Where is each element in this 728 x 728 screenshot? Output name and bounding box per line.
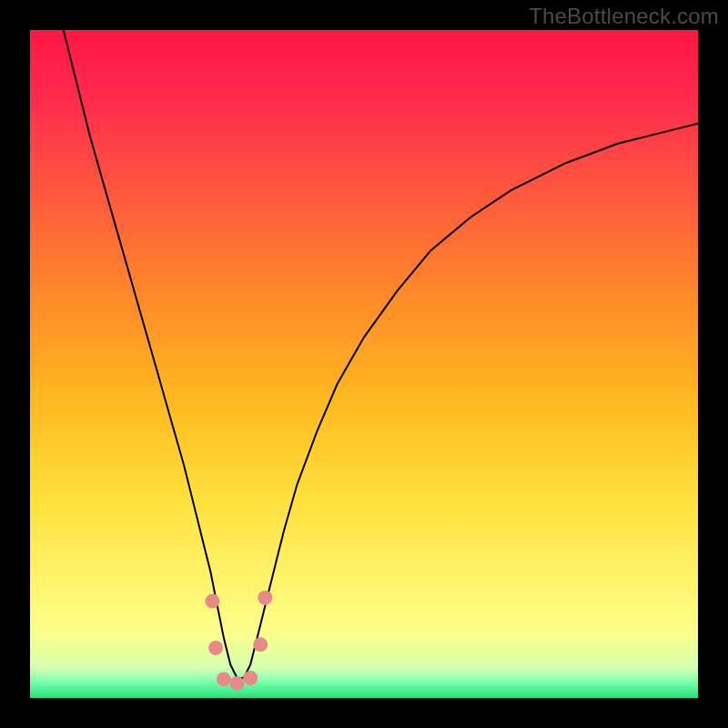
marker-right-lower: [253, 637, 268, 652]
marker-bottom-b: [230, 676, 245, 691]
marker-left-lower: [208, 641, 223, 655]
marker-right-upper: [258, 591, 272, 605]
marker-bottom-c: [243, 671, 258, 685]
marker-left-upper: [205, 594, 219, 609]
watermark-text: TheBottleneck.com: [529, 4, 719, 29]
chart-canvas: [0, 0, 728, 728]
plot-background: [30, 30, 698, 698]
marker-bottom-a: [217, 672, 231, 686]
